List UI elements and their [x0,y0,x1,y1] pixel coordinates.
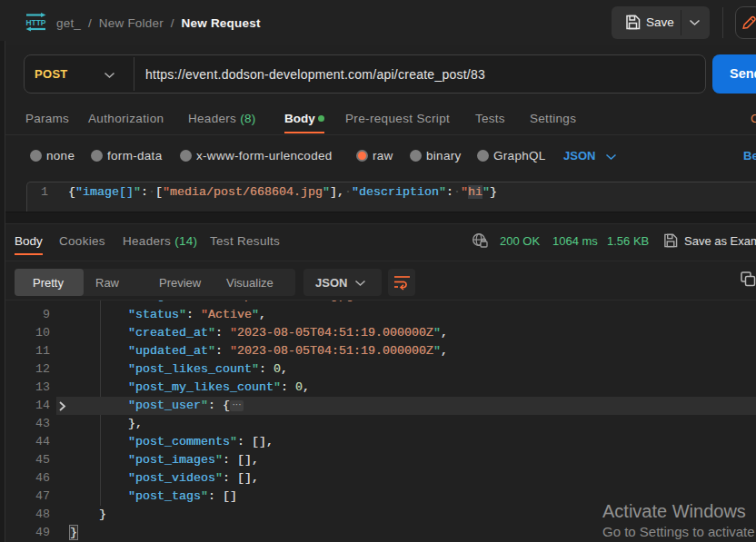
svg-text:HTTP: HTTP [26,17,47,27]
